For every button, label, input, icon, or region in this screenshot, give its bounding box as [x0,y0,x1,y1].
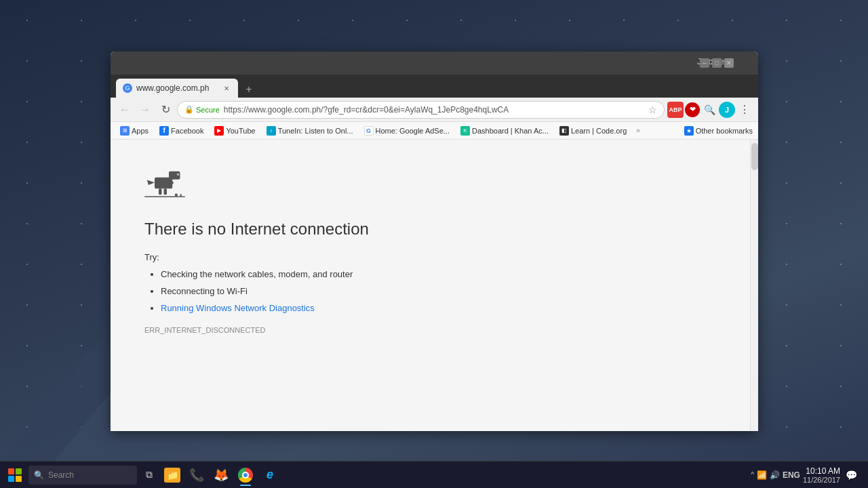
volume-icon[interactable]: 🔊 [770,470,780,480]
codeorg-label: Learn | Code.org [571,127,627,135]
suggestion-2: Reconnecting to Wi-Fi [161,285,716,299]
bookmark-facebook[interactable]: f Facebook [155,125,208,137]
error-suggestions-list: Checking the network cables, modem, and … [144,268,716,315]
network-diagnostics-link[interactable]: Running Windows Network Diagnostics [161,303,315,313]
lock-icon: 🔒 [184,105,194,114]
scrollbar-thumb[interactable] [751,143,758,170]
win-logo-red [8,468,14,474]
more-bookmarks-button[interactable]: » [633,125,643,136]
apps-icon: ⊞ [120,126,130,136]
apps-label: Apps [132,127,149,135]
file-explorer-icon: 📁 [164,468,180,483]
chrome-menu-button[interactable]: ⋮ [736,103,753,116]
adblock-plus-button[interactable]: ABP [667,102,684,118]
taskbar-edge[interactable]: e [258,463,282,487]
page-content: There is no Internet connection Try: Che… [111,140,758,431]
toolbar: ← → ↻ 🔒 Secure https://www.google.com.ph… [111,98,758,122]
language-indicator[interactable]: ENG [783,470,800,480]
heart-extension-button[interactable]: ❤ [685,102,700,117]
facebook-label: Facebook [171,127,203,135]
tab-title: www.google.com.ph [136,83,218,93]
suggestion-3: Running Windows Network Diagnostics [161,302,716,316]
firefox-icon: 🦊 [214,468,229,483]
chrome-inner [242,472,249,479]
svg-rect-8 [144,196,185,197]
suggestion-1: Checking the network cables, modem, and … [161,268,716,282]
svg-rect-5 [159,188,162,195]
title-bar: Jerome ─ □ ✕ [111,52,758,75]
clock-date: 11/26/2017 [803,476,840,484]
tab-bar: G www.google.com.ph ✕ + [111,75,758,98]
bookmark-apps[interactable]: ⊞ Apps [116,125,153,137]
error-title: There is no Internet connection [144,220,716,239]
svg-rect-7 [170,182,174,184]
extension-button-3[interactable]: 🔍 [701,102,717,118]
taskbar-chrome[interactable] [233,463,258,487]
youtube-label: YouTube [226,127,255,135]
edge-icon: e [267,468,273,482]
user-avatar-button[interactable]: J [719,102,735,118]
bookmark-tunein[interactable]: ♪ TuneIn: Listen to Onl... [262,125,357,137]
svg-rect-10 [180,194,182,196]
other-bookmarks[interactable]: ★ Other bookmarks [684,126,753,136]
back-button[interactable]: ← [116,101,134,119]
bookmark-youtube[interactable]: ▶ YouTube [210,125,259,137]
dino-illustration [144,167,716,206]
secure-badge: 🔒 Secure [184,105,220,114]
active-tab[interactable]: G www.google.com.ph ✕ [116,79,238,98]
youtube-icon: ▶ [214,126,224,136]
svg-point-3 [178,174,179,175]
reload-button[interactable]: ↻ [157,101,174,119]
codeorg-icon: ◧ [559,126,569,136]
network-icon[interactable]: 📶 [757,470,767,480]
url-text: https://www.google.com.ph/?gfe_rd=cr&dcr… [224,105,644,115]
tab-favicon: G [123,83,132,93]
tab-close-button[interactable]: ✕ [222,83,231,93]
browser-window: Jerome ─ □ ✕ G www.google.com.ph ✕ + ← →… [111,52,758,431]
google-ads-label: Home: Google AdSe... [376,127,450,135]
extensions-area: ABP ❤ 🔍 J ⋮ [667,102,753,118]
maximize-button[interactable]: □ [712,58,722,68]
taskbar-firefox[interactable]: 🦊 [209,463,233,487]
taskbar-right: ^ 📶 🔊 ENG 10:10 AM 11/26/2017 💬 [751,466,865,484]
chrome-icon [238,468,253,483]
bookmark-codeorg[interactable]: ◧ Learn | Code.org [555,125,631,137]
desktop: Jerome ─ □ ✕ G www.google.com.ph ✕ + ← →… [0,0,868,488]
tunein-label: TuneIn: Listen to Onl... [278,127,353,135]
taskbar-file-explorer[interactable]: 📁 [160,463,184,487]
bookmark-star-button[interactable]: ☆ [648,104,657,115]
tray-icons: 📶 🔊 [757,470,780,480]
tray-show-hidden-button[interactable]: ^ [751,471,754,479]
close-button[interactable]: ✕ [724,58,734,68]
svg-rect-6 [164,188,167,195]
notification-button[interactable]: 💬 [843,470,860,481]
taskbar-phone[interactable]: 📞 [184,463,209,487]
clock-time: 10:10 AM [803,466,840,476]
khan-label: Dashboard | Khan Ac... [472,127,549,135]
minimize-button[interactable]: ─ [700,58,709,68]
taskbar: 🔍 Search ⧉ 📁 📞 🦊 e ^ 📶 [0,461,868,488]
system-clock[interactable]: 10:10 AM 11/26/2017 [803,466,840,484]
tunein-icon: ♪ [267,126,276,136]
facebook-icon: f [159,126,169,136]
other-bookmarks-label: Other bookmarks [696,127,753,135]
phone-icon: 📞 [189,468,204,483]
forward-button[interactable]: → [136,101,154,119]
svg-marker-4 [147,180,155,185]
new-tab-button[interactable]: + [239,81,258,98]
svg-rect-1 [169,171,180,180]
win-logo-blue [8,476,14,482]
other-bookmarks-icon: ★ [684,126,694,136]
bookmark-google-ads[interactable]: G Home: Google AdSe... [360,125,454,137]
address-bar[interactable]: 🔒 Secure https://www.google.com.ph/?gfe_… [177,101,665,119]
task-view-button[interactable]: ⧉ [140,466,159,485]
error-try-label: Try: [144,252,716,262]
search-icon: 🔍 [34,470,44,480]
search-placeholder: Search [48,470,74,480]
taskbar-search[interactable]: 🔍 Search [28,466,137,485]
google-ads-icon: G [364,126,374,136]
bookmarks-bar: ⊞ Apps f Facebook ▶ YouTube ♪ TuneIn: Li… [111,122,758,140]
start-button[interactable] [3,463,27,487]
scrollbar[interactable] [750,140,758,431]
bookmark-khan[interactable]: K Dashboard | Khan Ac... [456,125,553,137]
